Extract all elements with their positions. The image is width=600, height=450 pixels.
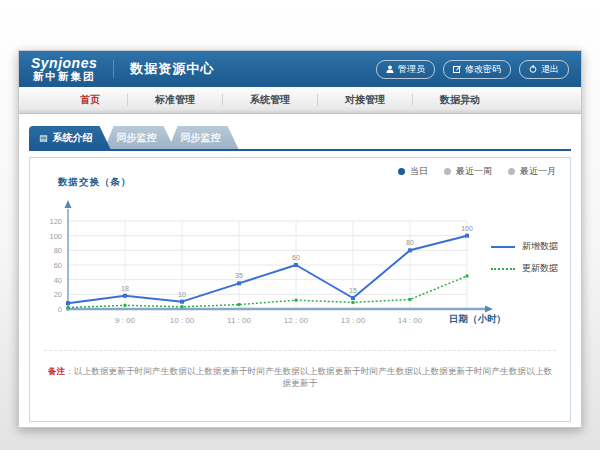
change-password-button[interactable]: 修改密码 [443,60,511,79]
legend-new-data-label: 新增数据 [522,240,558,253]
nav-item-standard-mgmt[interactable]: 标准管理 [128,94,223,106]
power-icon [529,65,537,73]
nav-item-data-change[interactable]: 数据异动 [413,94,507,106]
svg-text:18: 18 [121,285,129,292]
dotted-line-sample-icon [491,268,515,270]
svg-text:14 : 00: 14 : 00 [398,316,423,325]
svg-text:13 : 00: 13 : 00 [341,316,366,325]
nav-item-interface-mgmt[interactable]: 对接管理 [318,94,413,106]
footnote-text: ：以上数据更新于时间产生数据以上数据更新于时间产生数据以上数据更新于时间产生数据… [65,366,552,388]
period-option-last-month[interactable]: 最近一月 [508,165,556,178]
app-header: Synjones 新中新集团 数据资源中心 管理员 修改密码 退出 [19,51,581,87]
svg-text:15: 15 [349,287,357,294]
radio-icon [508,168,515,175]
period-filter: 当日 最近一周 最近一月 [398,165,556,178]
brand-name-cn: 新中新集团 [31,71,97,82]
svg-text:100: 100 [49,232,62,241]
period-option-last-week[interactable]: 最近一周 [444,165,492,178]
svg-text:80: 80 [406,239,414,246]
svg-text:0: 0 [58,305,62,314]
svg-text:120: 120 [49,217,62,226]
svg-text:100: 100 [461,225,473,232]
chart-legend: 新增数据 更新数据 [491,240,558,284]
tab-bar: ▤ 系统介绍 同步监控 同步监控 [29,126,571,151]
radio-icon [444,168,451,175]
chart-panel: 当日 最近一周 最近一月 数据交换（条） 0204060801001209 : … [29,157,571,422]
svg-text:35: 35 [235,272,243,279]
tab-sync-monitor-2-label: 同步监控 [181,131,221,145]
tab-sync-monitor-1[interactable]: 同步监控 [105,126,175,149]
logout-label: 退出 [541,63,559,76]
admin-label: 管理员 [398,63,425,76]
svg-text:9 : 00: 9 : 00 [115,316,136,325]
period-option-today[interactable]: 当日 [398,165,428,178]
page-title: 数据资源中心 [113,60,214,78]
period-last-month-label: 最近一月 [520,165,556,178]
nav-item-home[interactable]: 首页 [53,94,128,106]
radio-selected-icon [398,168,405,175]
legend-item-new-data: 新增数据 [491,240,558,253]
document-icon: ▤ [39,134,48,143]
brand-logo: Synjones 新中新集团 [31,56,97,82]
admin-button[interactable]: 管理员 [376,60,435,79]
logout-button[interactable]: 退出 [519,60,569,79]
change-password-label: 修改密码 [465,63,501,76]
footnote-label: 备注 [48,366,65,376]
period-today-label: 当日 [410,165,428,178]
legend-updated-data-label: 更新数据 [522,262,558,275]
solid-line-sample-icon [491,246,515,248]
x-axis-title: 日期（小时） [449,313,506,326]
edit-icon [453,65,461,73]
tab-system-intro[interactable]: ▤ 系统介绍 [29,126,111,149]
svg-text:11 : 00: 11 : 00 [227,316,251,325]
svg-text:60: 60 [54,261,62,270]
svg-text:20: 20 [54,290,62,299]
period-last-week-label: 最近一周 [456,165,492,178]
brand-name: Synjones [31,56,97,71]
svg-text:10 : 00: 10 : 00 [170,316,195,325]
legend-item-updated-data: 更新数据 [491,262,558,275]
user-menu: 管理员 修改密码 退出 [376,60,569,79]
app-window: Synjones 新中新集团 数据资源中心 管理员 修改密码 退出 首页 标准管… [18,50,582,428]
svg-text:60: 60 [292,254,300,261]
main-nav: 首页 标准管理 系统管理 对接管理 数据异动 [19,87,581,114]
tab-sync-monitor-2[interactable]: 同步监控 [169,126,239,149]
svg-text:80: 80 [54,246,62,255]
svg-text:12 : 00: 12 : 00 [284,316,309,325]
tab-system-intro-label: 系统介绍 [53,131,93,145]
main-content: ▤ 系统介绍 同步监控 同步监控 当日 最近一周 [19,114,581,422]
footnote: 备注：以上数据更新于时间产生数据以上数据更新于时间产生数据以上数据更新于时间产生… [44,350,556,390]
nav-item-system-mgmt[interactable]: 系统管理 [223,94,318,106]
user-icon [386,65,394,73]
svg-text:10: 10 [178,291,186,298]
svg-text:40: 40 [54,276,62,285]
y-axis-title: 数据交换（条） [58,176,132,189]
tab-sync-monitor-1-label: 同步监控 [117,131,157,145]
